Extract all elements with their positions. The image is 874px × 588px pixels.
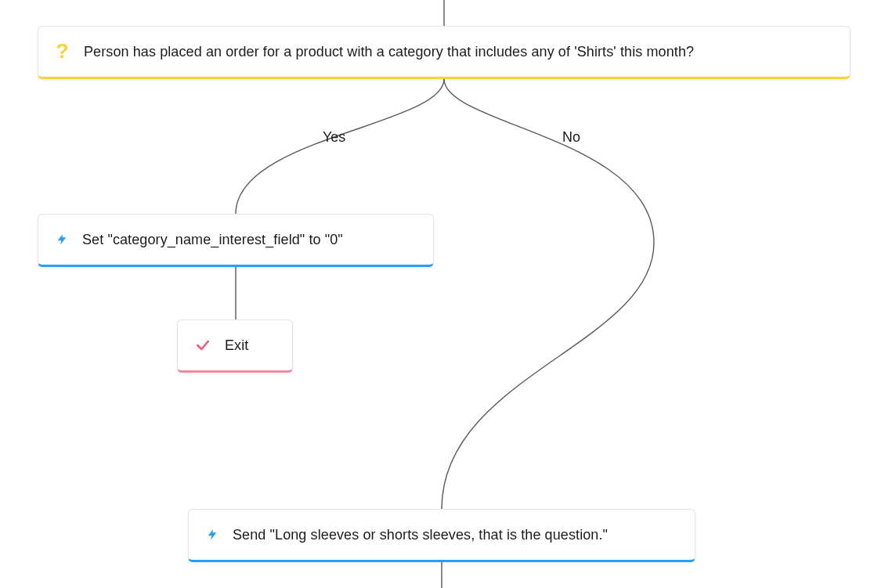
exit-node[interactable]: Exit	[177, 319, 293, 373]
exit-text: Exit	[225, 337, 248, 354]
condition-node[interactable]: ? Person has placed an order for a produ…	[38, 26, 851, 79]
branch-label-no: No	[562, 129, 580, 146]
action-text: Send "Long sleeves or shorts sleeves, th…	[233, 527, 608, 543]
branch-label-yes: Yes	[323, 129, 345, 146]
question-icon: ?	[56, 42, 70, 61]
svg-text:?: ?	[56, 42, 69, 61]
action-node-set-field[interactable]: Set "category_name_interest_field" to "0…	[38, 214, 434, 267]
flow-connectors	[0, 0, 874, 588]
condition-text: Person has placed an order for a product…	[84, 44, 694, 60]
check-icon	[195, 337, 211, 353]
bolt-icon	[56, 231, 68, 248]
action-node-send[interactable]: Send "Long sleeves or shorts sleeves, th…	[188, 509, 695, 562]
bolt-icon	[206, 526, 218, 543]
action-text: Set "category_name_interest_field" to "0…	[82, 232, 343, 248]
